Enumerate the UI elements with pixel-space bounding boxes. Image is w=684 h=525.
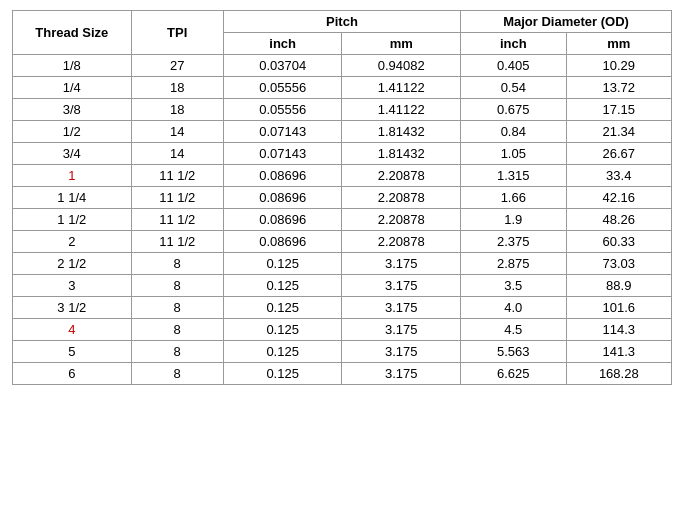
table-body: 1/8 27 0.03704 0.94082 0.405 10.29 1/4 1… [13,55,672,385]
table-row: 1/2 14 0.07143 1.81432 0.84 21.34 [13,121,672,143]
table-row: 3/4 14 0.07143 1.81432 1.05 26.67 [13,143,672,165]
cell-pitch-mm: 3.175 [342,319,461,341]
cell-od-mm: 42.16 [566,187,671,209]
table-row: 1 11 1/2 0.08696 2.20878 1.315 33.4 [13,165,672,187]
cell-od-inch: 1.66 [461,187,566,209]
col-header-pitch-mm: mm [342,33,461,55]
col-header-od-mm: mm [566,33,671,55]
cell-thread: 1 [13,165,132,187]
cell-tpi: 8 [131,363,223,385]
cell-pitch-inch: 0.08696 [223,231,342,253]
cell-od-inch: 0.84 [461,121,566,143]
cell-tpi: 11 1/2 [131,187,223,209]
cell-pitch-inch: 0.125 [223,363,342,385]
table-row: 5 8 0.125 3.175 5.563 141.3 [13,341,672,363]
table-row: 3/8 18 0.05556 1.41122 0.675 17.15 [13,99,672,121]
cell-thread: 1/8 [13,55,132,77]
cell-pitch-inch: 0.05556 [223,77,342,99]
cell-od-mm: 88.9 [566,275,671,297]
table-row: 2 11 1/2 0.08696 2.20878 2.375 60.33 [13,231,672,253]
cell-tpi: 8 [131,275,223,297]
cell-pitch-mm: 1.81432 [342,121,461,143]
cell-pitch-inch: 0.07143 [223,143,342,165]
cell-thread: 3 1/2 [13,297,132,319]
cell-od-inch: 1.05 [461,143,566,165]
cell-pitch-inch: 0.125 [223,341,342,363]
cell-pitch-inch: 0.08696 [223,209,342,231]
cell-pitch-mm: 3.175 [342,275,461,297]
cell-od-mm: 21.34 [566,121,671,143]
cell-tpi: 18 [131,99,223,121]
cell-od-inch: 6.625 [461,363,566,385]
cell-tpi: 14 [131,121,223,143]
cell-od-mm: 168.28 [566,363,671,385]
table-row: 6 8 0.125 3.175 6.625 168.28 [13,363,672,385]
col-header-pitch: Pitch [223,11,460,33]
cell-thread: 1/4 [13,77,132,99]
cell-pitch-mm: 3.175 [342,341,461,363]
cell-od-inch: 5.563 [461,341,566,363]
table-row: 1/8 27 0.03704 0.94082 0.405 10.29 [13,55,672,77]
table-row: 4 8 0.125 3.175 4.5 114.3 [13,319,672,341]
table-row: 1 1/4 11 1/2 0.08696 2.20878 1.66 42.16 [13,187,672,209]
cell-pitch-inch: 0.03704 [223,55,342,77]
cell-od-inch: 0.405 [461,55,566,77]
cell-od-mm: 26.67 [566,143,671,165]
col-header-od-inch: inch [461,33,566,55]
header-row-main: Thread Size TPI Pitch Major Diameter (OD… [13,11,672,33]
cell-thread: 1 1/2 [13,209,132,231]
cell-od-mm: 73.03 [566,253,671,275]
cell-pitch-mm: 3.175 [342,253,461,275]
cell-pitch-mm: 2.20878 [342,231,461,253]
cell-od-inch: 1.9 [461,209,566,231]
cell-tpi: 27 [131,55,223,77]
cell-pitch-mm: 3.175 [342,297,461,319]
cell-pitch-inch: 0.07143 [223,121,342,143]
cell-pitch-inch: 0.125 [223,253,342,275]
cell-od-mm: 10.29 [566,55,671,77]
cell-od-inch: 0.675 [461,99,566,121]
cell-thread: 1/2 [13,121,132,143]
cell-pitch-inch: 0.08696 [223,165,342,187]
cell-tpi: 11 1/2 [131,231,223,253]
cell-od-mm: 17.15 [566,99,671,121]
cell-pitch-mm: 3.175 [342,363,461,385]
cell-tpi: 18 [131,77,223,99]
cell-tpi: 8 [131,341,223,363]
cell-pitch-mm: 2.20878 [342,187,461,209]
table-row: 2 1/2 8 0.125 3.175 2.875 73.03 [13,253,672,275]
cell-od-inch: 1.315 [461,165,566,187]
cell-pitch-inch: 0.125 [223,297,342,319]
table-row: 3 8 0.125 3.175 3.5 88.9 [13,275,672,297]
cell-od-inch: 3.5 [461,275,566,297]
cell-thread: 3/8 [13,99,132,121]
table-row: 3 1/2 8 0.125 3.175 4.0 101.6 [13,297,672,319]
cell-od-mm: 60.33 [566,231,671,253]
cell-tpi: 8 [131,319,223,341]
cell-od-inch: 2.375 [461,231,566,253]
cell-od-mm: 141.3 [566,341,671,363]
cell-tpi: 11 1/2 [131,209,223,231]
cell-pitch-mm: 2.20878 [342,209,461,231]
cell-thread: 2 1/2 [13,253,132,275]
cell-thread: 3/4 [13,143,132,165]
cell-od-inch: 0.54 [461,77,566,99]
cell-od-inch: 2.875 [461,253,566,275]
cell-pitch-inch: 0.08696 [223,187,342,209]
cell-od-mm: 101.6 [566,297,671,319]
cell-od-inch: 4.5 [461,319,566,341]
thread-table: Thread Size TPI Pitch Major Diameter (OD… [12,10,672,385]
cell-tpi: 8 [131,253,223,275]
cell-pitch-inch: 0.05556 [223,99,342,121]
cell-od-mm: 114.3 [566,319,671,341]
cell-tpi: 11 1/2 [131,165,223,187]
cell-od-mm: 13.72 [566,77,671,99]
col-header-tpi: TPI [131,11,223,55]
cell-pitch-inch: 0.125 [223,275,342,297]
col-header-thread: Thread Size [13,11,132,55]
cell-pitch-inch: 0.125 [223,319,342,341]
cell-pitch-mm: 2.20878 [342,165,461,187]
cell-pitch-mm: 1.41122 [342,77,461,99]
cell-tpi: 14 [131,143,223,165]
cell-od-mm: 48.26 [566,209,671,231]
